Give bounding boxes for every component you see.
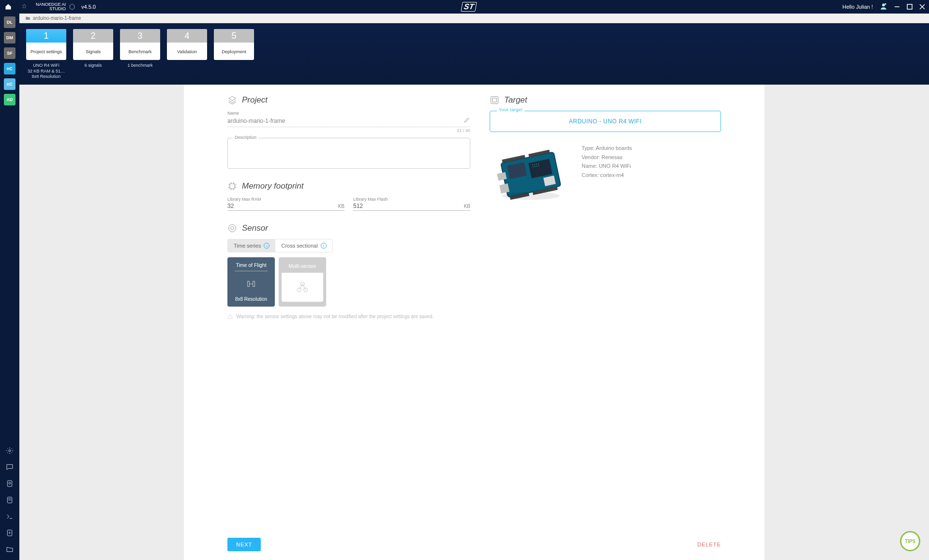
svg-point-30 (300, 282, 304, 286)
svg-rect-45 (499, 183, 509, 193)
description-textarea[interactable] (228, 138, 470, 166)
folder-icon[interactable] (4, 544, 15, 555)
rail-nc-active[interactable]: nC (4, 63, 15, 74)
step-benchmark[interactable]: 3Benchmark 1 benchmark (120, 29, 160, 80)
brand-logo-icon (69, 3, 75, 10)
cpu-icon (490, 95, 499, 105)
svg-point-0 (882, 4, 884, 6)
breadcrumb-text: arduino-mario-1-frame (33, 15, 81, 21)
maximize-button[interactable] (907, 4, 913, 10)
name-label: Name (227, 111, 470, 116)
next-button[interactable]: NEXT (227, 538, 261, 551)
svg-point-24 (231, 227, 234, 230)
tips-fab[interactable]: TIPS (900, 531, 920, 551)
rail-dm[interactable]: DM (4, 32, 15, 44)
svg-rect-14 (230, 184, 235, 189)
minimize-button[interactable] (894, 4, 900, 10)
svg-rect-7 (7, 481, 12, 486)
pin-icon[interactable] (21, 3, 27, 10)
svg-rect-3 (907, 4, 912, 9)
step-project-settings[interactable]: 1Project settings UNO R4 WiFi 32 KB RAM … (26, 29, 66, 80)
svg-point-8 (9, 482, 11, 484)
description-field[interactable]: Description (227, 138, 470, 169)
warning-icon (227, 313, 233, 319)
name-counter: 21 / 40 (227, 128, 470, 133)
sensor-icon (227, 223, 237, 233)
close-button[interactable] (919, 4, 925, 10)
info-icon[interactable]: i (321, 243, 327, 249)
edit-icon[interactable] (464, 117, 470, 125)
tof-icon (246, 279, 256, 289)
tab-time-series[interactable]: Time seriesi (228, 239, 275, 252)
search-doc-icon[interactable] (4, 478, 15, 489)
doc-icon[interactable] (4, 494, 15, 506)
rail-dl[interactable]: DL (4, 16, 15, 28)
st-logo: ST (461, 2, 478, 12)
brand: NANOEDGE AISTUDIO v4.5.0 (36, 2, 96, 11)
home-icon[interactable] (4, 3, 13, 10)
step-validation[interactable]: 4Validation (167, 29, 207, 80)
svg-point-23 (229, 225, 236, 232)
target-selector[interactable]: Your target ARDUINO - UNO R4 WIFI (490, 111, 721, 132)
svg-rect-35 (491, 97, 498, 104)
svg-point-1 (885, 3, 886, 5)
layers-icon (227, 95, 237, 105)
version-label: v4.5.0 (81, 4, 96, 10)
export-icon[interactable] (4, 527, 15, 539)
svg-rect-25 (248, 281, 250, 287)
tab-cross-sectional[interactable]: Cross sectionali (275, 239, 332, 252)
multi-sensor-icon (295, 280, 310, 295)
board-image (490, 141, 572, 208)
ram-input[interactable] (227, 203, 338, 209)
sensor-card-multi[interactable]: Multi-sensor (279, 257, 326, 307)
rail-nc[interactable]: nC (4, 78, 15, 90)
user-icon[interactable] (880, 2, 887, 11)
svg-point-55 (502, 192, 560, 200)
sensor-card-tof[interactable]: Time of Flight 8x8 Resolution (227, 257, 275, 307)
target-selected-label: ARDUINO - UNO R4 WIFI (569, 118, 642, 125)
target-section-title: Target (490, 95, 721, 105)
project-section-title: Project (227, 95, 470, 105)
main: arduino-mario-1-frame 1Project settings … (19, 14, 929, 560)
left-rail: DL DM SF nC nC AD (0, 14, 19, 560)
rail-ad[interactable]: AD (4, 94, 15, 105)
step-deployment[interactable]: 5Deployment (214, 29, 254, 80)
flash-label: Library Max Flash (353, 197, 470, 202)
settings-icon[interactable] (4, 445, 15, 457)
titlebar: NANOEDGE AISTUDIO v4.5.0 ST Hello Julian… (0, 0, 929, 14)
terminal-icon[interactable] (4, 511, 15, 522)
greeting: Hello Julian ! (842, 4, 873, 10)
footer: NEXT DELETE (184, 531, 764, 560)
sensor-section-title: Sensor (227, 223, 470, 233)
delete-button[interactable]: DELETE (697, 542, 721, 547)
step-signals[interactable]: 2Signals 6 signals (73, 29, 113, 80)
ram-label: Library Max RAM (227, 197, 345, 202)
chip-icon (227, 181, 237, 191)
project-name-input[interactable] (227, 118, 464, 124)
step-header: 1Project settings UNO R4 WiFi 32 KB RAM … (19, 23, 929, 85)
breadcrumb: arduino-mario-1-frame (19, 14, 929, 23)
memory-section-title: Memory footprint (227, 181, 470, 191)
flash-input[interactable] (353, 203, 464, 209)
info-icon[interactable]: i (264, 243, 270, 249)
sensor-warning: Warning: the sensor settings above may n… (227, 313, 470, 319)
svg-rect-34 (493, 98, 496, 102)
step-sub: UNO R4 WiFi 32 KB RAM & 51… 8x8 Resoluti… (26, 63, 66, 80)
svg-rect-26 (253, 281, 255, 287)
chat-icon[interactable] (4, 461, 15, 473)
target-specs: Type: Arduino boards Vendor: Renesas Nam… (582, 141, 632, 208)
folder-icon (25, 15, 30, 21)
brand-line2: STUDIO (49, 6, 66, 11)
rail-sf[interactable]: SF (4, 47, 15, 59)
svg-point-6 (9, 450, 11, 452)
